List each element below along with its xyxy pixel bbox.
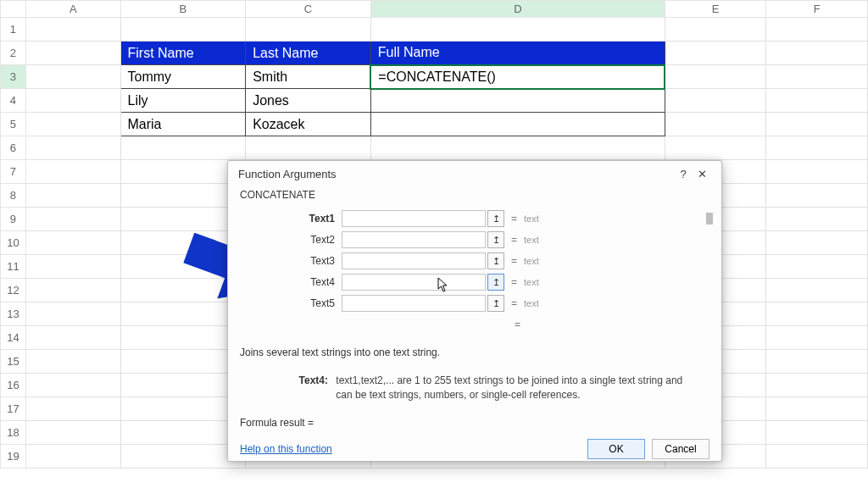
cell-D4[interactable] xyxy=(370,89,665,113)
col-header-B[interactable]: B xyxy=(120,1,246,18)
function-short-desc: Joins several text strings into one text… xyxy=(240,346,709,360)
arg-hint-text4: text xyxy=(524,277,539,287)
row-header-1[interactable]: 1 xyxy=(1,18,26,42)
col-header-A[interactable]: A xyxy=(25,1,120,18)
ok-button[interactable]: OK xyxy=(587,439,645,459)
cell-B3[interactable]: Tommy xyxy=(120,65,246,89)
arg-label-text2: Text2 xyxy=(242,234,342,246)
args-scrollbar[interactable] xyxy=(706,213,713,225)
arg-input-text2[interactable] xyxy=(342,231,486,248)
arguments-area: Text1 ↥ = text Text2 ↥ = text Text3 ↥ = … xyxy=(228,206,721,339)
arg-input-text4[interactable] xyxy=(342,274,486,291)
arg-hint-text2: text xyxy=(524,235,539,245)
cancel-button[interactable]: Cancel xyxy=(652,439,709,459)
formula-result: Formula result = xyxy=(228,405,721,435)
ref-select-icon[interactable]: ↥ xyxy=(487,274,504,291)
cell-C4[interactable]: Jones xyxy=(246,89,371,113)
arg-label-text5: Text5 xyxy=(242,297,342,309)
row-header-4[interactable]: 4 xyxy=(1,89,26,113)
arg-input-text1[interactable] xyxy=(342,210,486,227)
ref-select-icon[interactable]: ↥ xyxy=(487,210,504,227)
header-first-name[interactable]: First Name xyxy=(120,42,246,65)
cell-C3[interactable]: Smith xyxy=(246,65,371,89)
arg-label-text1: Text1 xyxy=(242,213,342,225)
header-full-name[interactable]: Full Name xyxy=(370,42,665,65)
function-arguments-dialog: Function Arguments ? ✕ CONCATENATE Text1… xyxy=(227,160,722,462)
col-header-D[interactable]: D xyxy=(370,1,665,18)
dialog-function-name: CONCATENATE xyxy=(228,186,721,206)
row-header-2[interactable]: 2 xyxy=(1,42,26,65)
arg-hint-text3: text xyxy=(524,256,539,266)
cell-B4[interactable]: Lily xyxy=(120,89,246,113)
help-link[interactable]: Help on this function xyxy=(240,443,332,455)
cell-D3-formula[interactable]: =CONCATENATE() xyxy=(370,65,665,89)
help-icon[interactable]: ? xyxy=(674,168,693,180)
ref-select-icon[interactable]: ↥ xyxy=(487,231,504,248)
cell-C5[interactable]: Kozacek xyxy=(246,113,371,136)
ref-select-icon[interactable]: ↥ xyxy=(487,295,504,312)
col-header-E[interactable]: E xyxy=(665,1,766,18)
arg-label-text3: Text3 xyxy=(242,255,342,267)
ref-select-icon[interactable]: ↥ xyxy=(487,252,504,269)
arg-label-text4: Text4 xyxy=(242,276,342,288)
arg-hint-text5: text xyxy=(524,298,539,308)
arg-input-text5[interactable] xyxy=(342,295,486,312)
dialog-title: Function Arguments xyxy=(238,168,337,180)
arg-desc-body: text1,text2,... are 1 to 255 text string… xyxy=(336,374,692,402)
row-header-3[interactable]: 3 xyxy=(1,65,26,89)
arg-input-text3[interactable] xyxy=(342,252,486,269)
arg-hint-text1: text xyxy=(524,214,539,224)
header-last-name[interactable]: Last Name xyxy=(246,42,371,65)
cell-B5[interactable]: Maria xyxy=(120,113,246,136)
col-header-F[interactable]: F xyxy=(766,1,868,18)
col-header-C[interactable]: C xyxy=(246,1,371,18)
close-icon[interactable]: ✕ xyxy=(693,168,711,180)
arg-desc-label: Text4: xyxy=(240,374,333,388)
cell-D5[interactable] xyxy=(370,113,665,136)
row-header-5[interactable]: 5 xyxy=(1,113,26,136)
